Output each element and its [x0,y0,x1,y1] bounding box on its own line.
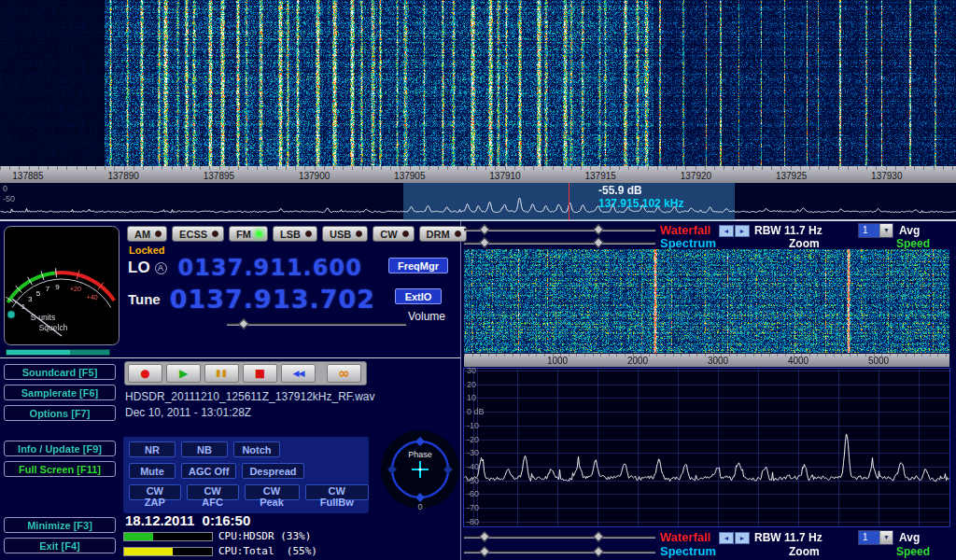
slider-thumb[interactable] [593,237,603,247]
stop-icon: ■ [255,368,265,379]
dsp-button[interactable]: NR [129,441,176,457]
recording-file-date: Dec 10, 2011 - 13:01:28Z [125,406,251,419]
audio-waterfall-display[interactable] [464,249,949,353]
slider-thumb[interactable] [479,531,489,541]
slider-thumb[interactable] [479,546,489,556]
zoom-in-button[interactable]: ► [735,532,750,544]
dsp-button[interactable]: Notch [233,441,280,457]
zoom-spinner: ◄ ► [719,532,750,544]
mode-button[interactable]: ECSS [172,226,224,242]
ruler-tick-label: 137920 [681,171,711,181]
rewind-button[interactable]: ◀◀ [281,364,316,383]
slider-thumb[interactable] [593,546,603,556]
waterfall-brightness-slider[interactable] [464,224,655,235]
spectrum-range-slider[interactable] [464,237,655,248]
svg-text:9: 9 [55,283,60,291]
ruler-tick-label: 2000 [627,356,648,366]
avg-label: Avg [899,224,920,237]
dsp-button[interactable]: Mute [129,463,176,479]
avg-count-select[interactable]: 1 ▼ [858,223,893,238]
mode-button[interactable]: USB [322,226,368,242]
sidebar-button[interactable]: Options [F7] [4,405,116,421]
rewind-icon: ◀◀ [293,370,304,378]
extio-button[interactable]: ExtIO [395,288,442,304]
freqmgr-button[interactable]: FreqMgr [388,258,448,273]
main-spectrum-display[interactable]: 0 -50 -55.9 dB 137.915.102 kHz [0,183,956,220]
main-waterfall-display[interactable] [0,0,956,166]
lo-auto-badge[interactable]: A [155,262,167,274]
ruler-tick-label: 3000 [708,356,728,366]
chevron-down-icon[interactable]: ▼ [879,224,893,237]
panel-separator [0,357,460,358]
audio-spectrum-trace [464,369,949,526]
mode-led-icon [155,231,162,237]
sidebar: Soundcard [F5] Samplerate [F6] Options [… [4,364,116,553]
speed-label: Speed [896,237,930,250]
dsp-button[interactable]: NB [181,441,228,457]
dsp-button[interactable]: CW ZAP [129,484,181,500]
phase-indicator: Phase 0 [379,427,461,513]
mode-button[interactable]: LSB [273,226,317,242]
zoom-in-button[interactable]: ► [735,225,750,237]
frequency-ruler[interactable]: 1378851378901378951379001379051379101379… [0,166,956,183]
ruler-tick-label: 137910 [489,171,520,181]
dsp-button[interactable]: CW Peak [245,484,300,500]
zoom-spinner: ◄ ► [719,225,750,237]
audio-frequency-ruler[interactable]: 10002000300040005000 [464,354,949,367]
dsp-button[interactable]: CW AFC [187,484,239,500]
ruler-tick-label: 4000 [788,356,808,366]
db-axis-label: -40 [467,462,479,471]
loop-button[interactable]: ∞ [327,364,361,383]
play-button[interactable]: ▶ [166,364,201,383]
volume-slider[interactable] [227,318,406,329]
db-axis-label: -30 [467,448,479,457]
avg-count-select[interactable]: 1 ▼ [858,530,893,545]
mode-button-row: AM ECSS FM LSB U [127,226,467,242]
stop-button[interactable]: ■ [243,364,277,383]
ruler-tick-label: 1000 [547,356,568,366]
chevron-down-icon[interactable]: ▼ [879,531,893,544]
dsp-button[interactable]: AGC Off [181,463,236,479]
mode-led-icon [356,231,362,237]
mode-button[interactable]: CW [373,226,414,242]
spectrum-range-slider[interactable] [464,546,655,557]
cpu-bar-fill [124,533,153,540]
slider-thumb[interactable] [479,237,489,247]
zoom-out-button[interactable]: ◄ [719,532,734,544]
audio-spectrum-display[interactable]: 3020100 dB-10-20-30-40-50-60-70-80 [463,368,950,527]
db-axis-label: 0 dB [467,407,485,416]
ruler-tick-label: 137895 [204,171,234,181]
pause-icon: ▮▮ [216,369,228,378]
slider-thumb[interactable] [479,224,489,234]
lo-frequency-display[interactable]: 0137.911.600 [178,255,362,281]
slider-thumb[interactable] [593,531,603,541]
zoom-out-button[interactable]: ◄ [719,225,734,237]
record-button[interactable]: ● [128,364,162,383]
dsp-panel: NRNBNotch MuteAGC OffDespread CW ZAPCW A… [123,437,369,513]
tune-frequency-display[interactable]: 0137.913.702 [170,285,375,314]
avg-label: Avg [899,531,920,544]
db-axis-label: -10 [467,421,479,430]
svg-text:Phase: Phase [408,450,432,459]
sidebar-button[interactable]: Info / Update [F9] [4,441,116,456]
sidebar-button[interactable]: Minimize [F3] [4,517,116,533]
mode-button[interactable]: AM [127,226,167,242]
slider-thumb[interactable] [593,224,603,234]
waterfall-brightness-slider[interactable] [464,531,655,542]
db-axis-label: 0 [3,184,7,193]
sidebar-button[interactable]: Soundcard [F5] [4,364,116,380]
mode-led-icon [256,231,262,237]
mode-button[interactable]: FM [229,226,268,242]
dsp-button[interactable]: Despread [242,463,303,479]
sidebar-button[interactable]: Full Screen [F11] [4,461,116,477]
pause-button[interactable]: ▮▮ [204,364,239,383]
mode-button[interactable]: DRM [419,226,467,242]
sidebar-button[interactable]: Exit [F4] [4,538,116,553]
volume-label: Volume [408,310,445,323]
sidebar-button[interactable]: Samplerate [F6] [4,385,116,400]
db-axis-label: -70 [467,503,479,512]
db-axis-label: 30 [467,366,476,375]
dsp-button[interactable]: CW FullBw [305,484,369,500]
squelch-level-bar[interactable] [6,349,110,356]
slider-thumb[interactable] [238,318,248,329]
